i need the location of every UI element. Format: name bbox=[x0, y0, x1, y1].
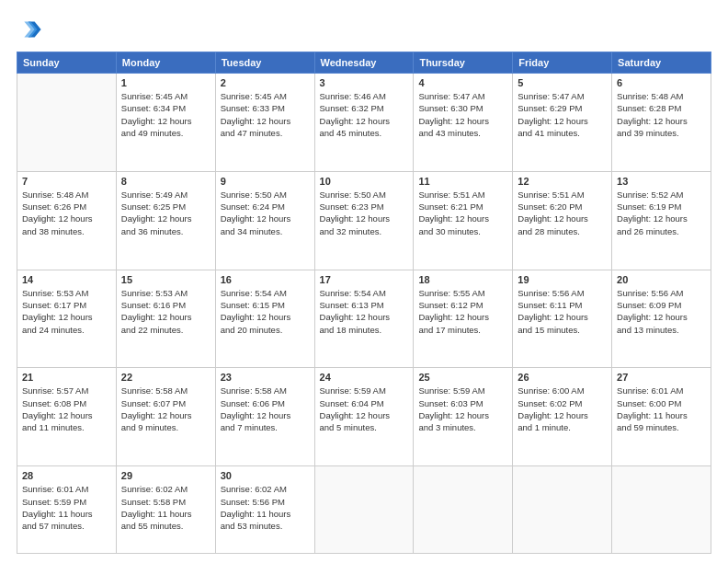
day-info: Sunrise: 5:51 AMSunset: 6:21 PMDaylight:… bbox=[418, 189, 507, 237]
weekday-header-sunday: Sunday bbox=[17, 52, 117, 74]
calendar-cell: 21Sunrise: 5:57 AMSunset: 6:08 PMDayligh… bbox=[17, 368, 117, 466]
calendar-cell: 15Sunrise: 5:53 AMSunset: 6:16 PMDayligh… bbox=[116, 270, 215, 368]
day-number: 2 bbox=[221, 77, 310, 88]
day-info: Sunrise: 6:02 AMSunset: 5:56 PMDaylight:… bbox=[221, 483, 310, 532]
day-number: 23 bbox=[221, 372, 310, 383]
week-row-5: 28Sunrise: 6:01 AMSunset: 5:59 PMDayligh… bbox=[17, 466, 711, 554]
calendar-cell bbox=[314, 466, 414, 554]
weekday-header-row: SundayMondayTuesdayWednesdayThursdayFrid… bbox=[17, 52, 711, 74]
calendar-cell: 13Sunrise: 5:52 AMSunset: 6:19 PMDayligh… bbox=[612, 171, 711, 270]
calendar-cell: 29Sunrise: 6:02 AMSunset: 5:58 PMDayligh… bbox=[116, 466, 215, 554]
calendar-cell: 18Sunrise: 5:55 AMSunset: 6:12 PMDayligh… bbox=[414, 270, 513, 368]
day-info: Sunrise: 6:01 AMSunset: 6:00 PMDaylight:… bbox=[617, 385, 706, 433]
day-info: Sunrise: 5:58 AMSunset: 6:07 PMDaylight:… bbox=[121, 385, 210, 433]
day-number: 6 bbox=[617, 77, 706, 88]
day-info: Sunrise: 5:49 AMSunset: 6:25 PMDaylight:… bbox=[121, 189, 210, 237]
calendar-cell: 27Sunrise: 6:01 AMSunset: 6:00 PMDayligh… bbox=[612, 368, 711, 466]
day-number: 20 bbox=[617, 274, 706, 285]
day-info: Sunrise: 5:59 AMSunset: 6:04 PMDaylight:… bbox=[320, 385, 409, 433]
logo bbox=[17, 17, 46, 42]
calendar-cell: 24Sunrise: 5:59 AMSunset: 6:04 PMDayligh… bbox=[314, 368, 414, 466]
day-info: Sunrise: 5:52 AMSunset: 6:19 PMDaylight:… bbox=[617, 189, 706, 237]
day-info: Sunrise: 5:45 AMSunset: 6:34 PMDaylight:… bbox=[121, 90, 210, 139]
calendar-cell: 4Sunrise: 5:47 AMSunset: 6:30 PMDaylight… bbox=[414, 74, 513, 172]
calendar-cell: 19Sunrise: 5:56 AMSunset: 6:11 PMDayligh… bbox=[513, 270, 612, 368]
day-number: 4 bbox=[418, 77, 507, 88]
calendar-cell: 28Sunrise: 6:01 AMSunset: 5:59 PMDayligh… bbox=[17, 466, 117, 554]
day-number: 18 bbox=[418, 274, 507, 285]
day-number: 8 bbox=[121, 176, 210, 187]
day-info: Sunrise: 5:47 AMSunset: 6:30 PMDaylight:… bbox=[418, 90, 507, 139]
page: SundayMondayTuesdayWednesdayThursdayFrid… bbox=[0, 0, 728, 563]
day-info: Sunrise: 5:48 AMSunset: 6:28 PMDaylight:… bbox=[617, 90, 706, 139]
day-number: 29 bbox=[121, 470, 210, 481]
calendar-cell: 17Sunrise: 5:54 AMSunset: 6:13 PMDayligh… bbox=[314, 270, 414, 368]
calendar-cell: 9Sunrise: 5:50 AMSunset: 6:24 PMDaylight… bbox=[215, 171, 314, 270]
day-info: Sunrise: 5:56 AMSunset: 6:09 PMDaylight:… bbox=[617, 287, 706, 336]
day-number: 28 bbox=[22, 470, 111, 481]
day-info: Sunrise: 5:53 AMSunset: 6:16 PMDaylight:… bbox=[121, 287, 210, 336]
day-number: 3 bbox=[320, 77, 409, 88]
calendar-cell: 12Sunrise: 5:51 AMSunset: 6:20 PMDayligh… bbox=[513, 171, 612, 270]
weekday-header-wednesday: Wednesday bbox=[314, 52, 414, 74]
day-number: 15 bbox=[121, 274, 210, 285]
calendar-cell: 22Sunrise: 5:58 AMSunset: 6:07 PMDayligh… bbox=[116, 368, 215, 466]
day-number: 10 bbox=[320, 176, 409, 187]
day-number: 13 bbox=[617, 176, 706, 187]
weekday-header-thursday: Thursday bbox=[414, 52, 513, 74]
calendar-cell: 26Sunrise: 6:00 AMSunset: 6:02 PMDayligh… bbox=[513, 368, 612, 466]
calendar-cell: 20Sunrise: 5:56 AMSunset: 6:09 PMDayligh… bbox=[612, 270, 711, 368]
day-number: 27 bbox=[617, 372, 706, 383]
week-row-2: 7Sunrise: 5:48 AMSunset: 6:26 PMDaylight… bbox=[17, 171, 711, 270]
calendar-cell bbox=[414, 466, 513, 554]
day-number: 19 bbox=[518, 274, 607, 285]
calendar-cell bbox=[513, 466, 612, 554]
calendar-cell: 7Sunrise: 5:48 AMSunset: 6:26 PMDaylight… bbox=[17, 171, 117, 270]
week-row-3: 14Sunrise: 5:53 AMSunset: 6:17 PMDayligh… bbox=[17, 270, 711, 368]
day-info: Sunrise: 5:47 AMSunset: 6:29 PMDaylight:… bbox=[518, 90, 607, 139]
day-info: Sunrise: 6:01 AMSunset: 5:59 PMDaylight:… bbox=[22, 483, 111, 532]
calendar-table: SundayMondayTuesdayWednesdayThursdayFrid… bbox=[17, 52, 711, 554]
day-info: Sunrise: 5:53 AMSunset: 6:17 PMDaylight:… bbox=[22, 287, 111, 336]
logo-icon bbox=[17, 17, 42, 42]
header bbox=[17, 17, 711, 42]
day-info: Sunrise: 5:50 AMSunset: 6:23 PMDaylight:… bbox=[320, 189, 409, 237]
calendar-cell: 14Sunrise: 5:53 AMSunset: 6:17 PMDayligh… bbox=[17, 270, 117, 368]
day-info: Sunrise: 5:45 AMSunset: 6:33 PMDaylight:… bbox=[221, 90, 310, 139]
day-info: Sunrise: 5:54 AMSunset: 6:15 PMDaylight:… bbox=[221, 287, 310, 336]
week-row-1: 1Sunrise: 5:45 AMSunset: 6:34 PMDaylight… bbox=[17, 74, 711, 172]
day-number: 16 bbox=[221, 274, 310, 285]
calendar-cell: 8Sunrise: 5:49 AMSunset: 6:25 PMDaylight… bbox=[116, 171, 215, 270]
day-info: Sunrise: 5:55 AMSunset: 6:12 PMDaylight:… bbox=[418, 287, 507, 336]
calendar-cell: 3Sunrise: 5:46 AMSunset: 6:32 PMDaylight… bbox=[314, 74, 414, 172]
day-info: Sunrise: 5:48 AMSunset: 6:26 PMDaylight:… bbox=[22, 189, 111, 237]
calendar-cell: 25Sunrise: 5:59 AMSunset: 6:03 PMDayligh… bbox=[414, 368, 513, 466]
calendar-cell: 10Sunrise: 5:50 AMSunset: 6:23 PMDayligh… bbox=[314, 171, 414, 270]
day-number: 12 bbox=[518, 176, 607, 187]
day-number: 1 bbox=[121, 77, 210, 88]
day-info: Sunrise: 5:56 AMSunset: 6:11 PMDaylight:… bbox=[518, 287, 607, 336]
calendar-cell: 6Sunrise: 5:48 AMSunset: 6:28 PMDaylight… bbox=[612, 74, 711, 172]
calendar-cell bbox=[17, 74, 117, 172]
calendar-cell: 30Sunrise: 6:02 AMSunset: 5:56 PMDayligh… bbox=[215, 466, 314, 554]
day-number: 5 bbox=[518, 77, 607, 88]
day-number: 26 bbox=[518, 372, 607, 383]
day-info: Sunrise: 6:00 AMSunset: 6:02 PMDaylight:… bbox=[518, 385, 607, 433]
week-row-4: 21Sunrise: 5:57 AMSunset: 6:08 PMDayligh… bbox=[17, 368, 711, 466]
day-info: Sunrise: 5:46 AMSunset: 6:32 PMDaylight:… bbox=[320, 90, 409, 139]
weekday-header-tuesday: Tuesday bbox=[215, 52, 314, 74]
day-info: Sunrise: 5:58 AMSunset: 6:06 PMDaylight:… bbox=[221, 385, 310, 433]
day-info: Sunrise: 5:51 AMSunset: 6:20 PMDaylight:… bbox=[518, 189, 607, 237]
calendar-cell bbox=[612, 466, 711, 554]
day-info: Sunrise: 5:59 AMSunset: 6:03 PMDaylight:… bbox=[418, 385, 507, 433]
calendar-cell: 16Sunrise: 5:54 AMSunset: 6:15 PMDayligh… bbox=[215, 270, 314, 368]
day-info: Sunrise: 5:57 AMSunset: 6:08 PMDaylight:… bbox=[22, 385, 111, 433]
weekday-header-friday: Friday bbox=[513, 52, 612, 74]
day-number: 7 bbox=[22, 176, 111, 187]
weekday-header-monday: Monday bbox=[116, 52, 215, 74]
day-number: 9 bbox=[221, 176, 310, 187]
calendar-cell: 23Sunrise: 5:58 AMSunset: 6:06 PMDayligh… bbox=[215, 368, 314, 466]
day-info: Sunrise: 5:50 AMSunset: 6:24 PMDaylight:… bbox=[221, 189, 310, 237]
calendar-cell: 1Sunrise: 5:45 AMSunset: 6:34 PMDaylight… bbox=[116, 74, 215, 172]
day-info: Sunrise: 6:02 AMSunset: 5:58 PMDaylight:… bbox=[121, 483, 210, 532]
